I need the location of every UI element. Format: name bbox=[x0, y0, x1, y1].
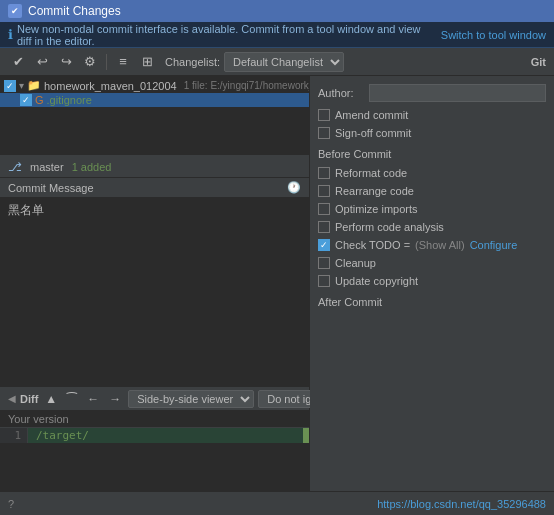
diff-line-num-1: 1 bbox=[0, 428, 28, 443]
changelist-select[interactable]: Default Changelist bbox=[224, 52, 344, 72]
git-label: Git bbox=[531, 56, 546, 68]
diff-collapse-arrow[interactable]: ◀ bbox=[8, 393, 16, 404]
commit-message-input[interactable]: 黑名单 bbox=[0, 198, 309, 386]
right-panel: Author: Amend commit Sign-off commit Bef… bbox=[310, 76, 554, 491]
amend-commit-row[interactable]: Amend commit bbox=[318, 108, 546, 122]
optimize-imports-row[interactable]: Optimize imports bbox=[318, 202, 546, 216]
info-banner-content: ℹ New non-modal commit interface is avai… bbox=[8, 23, 437, 47]
author-row: Author: bbox=[318, 84, 546, 102]
reformat-code-row[interactable]: Reformat code bbox=[318, 166, 546, 180]
info-banner: ℹ New non-modal commit interface is avai… bbox=[0, 22, 554, 48]
main-content: ✓ ▾ 📁 homework_maven_012004 1 file: E:/y… bbox=[0, 76, 554, 491]
redo-button[interactable]: ↪ bbox=[56, 52, 76, 72]
reformat-code-checkbox[interactable] bbox=[318, 167, 330, 179]
signoff-commit-checkbox[interactable] bbox=[318, 127, 330, 139]
check-todo-checkbox[interactable]: ✓ bbox=[318, 239, 330, 251]
branch-status-bar: ⎇ master 1 added bbox=[0, 156, 309, 178]
perform-code-analysis-row[interactable]: Perform code analysis bbox=[318, 220, 546, 234]
root-arrow: ▾ bbox=[19, 80, 24, 91]
update-copyright-row[interactable]: Update copyright bbox=[318, 274, 546, 288]
commit-message-label: Commit Message bbox=[8, 182, 94, 194]
folder-icon: 📁 bbox=[27, 79, 41, 92]
gitignore-label: .gitignore bbox=[47, 94, 92, 106]
update-copyright-checkbox[interactable] bbox=[318, 275, 330, 287]
changelist-label: Changelist: bbox=[165, 56, 220, 68]
settings-button[interactable]: ⚙ bbox=[80, 52, 100, 72]
status-help-icon[interactable]: ? bbox=[8, 498, 14, 510]
switch-to-tool-window-link[interactable]: Switch to tool window bbox=[441, 29, 546, 41]
update-copyright-label: Update copyright bbox=[335, 275, 418, 287]
info-icon: ℹ bbox=[8, 27, 13, 42]
root-sublabel: 1 file: E:/yingqi71/homework_maven_01200… bbox=[184, 80, 309, 91]
tree-gitignore-item[interactable]: ✓ G .gitignore bbox=[0, 93, 309, 107]
cleanup-label: Cleanup bbox=[335, 257, 376, 269]
author-input[interactable] bbox=[369, 84, 546, 102]
author-label: Author: bbox=[318, 87, 363, 99]
diff-header: ◀ Diff ▲ ⁀ ← → Side-by-side viewer Do no… bbox=[0, 387, 309, 411]
perform-code-analysis-checkbox[interactable] bbox=[318, 221, 330, 233]
commit-message-section: Commit Message 🕐 黑名单 bbox=[0, 178, 309, 386]
diff-line-content-1: /target/ bbox=[28, 428, 303, 443]
filter-button[interactable]: ⊞ bbox=[137, 52, 157, 72]
diff-your-version-label: Your version bbox=[0, 411, 309, 428]
status-url: https://blog.csdn.net/qq_35296488 bbox=[377, 498, 546, 510]
perform-code-analysis-label: Perform code analysis bbox=[335, 221, 444, 233]
after-commit-title: After Commit bbox=[318, 296, 546, 308]
check-todo-showall: (Show All) bbox=[415, 239, 465, 251]
diff-line-1: 1 /target/ bbox=[0, 428, 309, 443]
gitignore-checkbox[interactable]: ✓ bbox=[20, 94, 32, 106]
left-panel: ✓ ▾ 📁 homework_maven_012004 1 file: E:/y… bbox=[0, 76, 310, 491]
clock-icon: 🕐 bbox=[287, 181, 301, 194]
branch-icon: ⎇ bbox=[8, 160, 22, 174]
diff-nav-prev[interactable]: ▲ bbox=[42, 391, 60, 407]
diff-content: Your version 1 /target/ bbox=[0, 411, 309, 491]
optimize-imports-label: Optimize imports bbox=[335, 203, 418, 215]
toolbar: ✔ ↩ ↪ ⚙ ≡ ⊞ Changelist: Default Changeli… bbox=[0, 48, 554, 76]
file-tree: ✓ ▾ 📁 homework_maven_012004 1 file: E:/y… bbox=[0, 76, 309, 156]
rearrange-code-row[interactable]: Rearrange code bbox=[318, 184, 546, 198]
root-label: homework_maven_012004 bbox=[44, 80, 177, 92]
cleanup-checkbox[interactable] bbox=[318, 257, 330, 269]
bottom-status-bar: ? https://blog.csdn.net/qq_35296488 bbox=[0, 491, 554, 515]
commit-button[interactable]: ✔ bbox=[8, 52, 28, 72]
configure-link[interactable]: Configure bbox=[470, 239, 518, 251]
cleanup-row[interactable]: Cleanup bbox=[318, 256, 546, 270]
reformat-code-label: Reformat code bbox=[335, 167, 407, 179]
commit-message-header: Commit Message 🕐 bbox=[0, 178, 309, 198]
diff-viewer-select[interactable]: Side-by-side viewer bbox=[128, 390, 254, 408]
optimize-imports-checkbox[interactable] bbox=[318, 203, 330, 215]
rearrange-code-checkbox[interactable] bbox=[318, 185, 330, 197]
title-bar: ✔ Commit Changes bbox=[0, 0, 554, 22]
diff-arrow-left[interactable]: ← bbox=[84, 391, 102, 407]
signoff-commit-row[interactable]: Sign-off commit bbox=[318, 126, 546, 140]
commit-icon: ✔ bbox=[8, 4, 22, 18]
root-checkbox[interactable]: ✓ bbox=[4, 80, 16, 92]
diff-nav-next[interactable]: ⁀ bbox=[64, 391, 80, 407]
diff-side-mark-1 bbox=[303, 428, 309, 443]
amend-commit-checkbox[interactable] bbox=[318, 109, 330, 121]
sort-button[interactable]: ≡ bbox=[113, 52, 133, 72]
undo-button[interactable]: ↩ bbox=[32, 52, 52, 72]
amend-commit-label: Amend commit bbox=[335, 109, 408, 121]
gitignore-icon: G bbox=[35, 94, 44, 106]
diff-arrow-right[interactable]: → bbox=[106, 391, 124, 407]
before-commit-title: Before Commit bbox=[318, 148, 546, 160]
signoff-commit-label: Sign-off commit bbox=[335, 127, 411, 139]
check-todo-row[interactable]: ✓ Check TODO = (Show All) Configure bbox=[318, 238, 546, 252]
toolbar-separator bbox=[106, 54, 107, 70]
added-badge: 1 added bbox=[72, 161, 112, 173]
branch-name: master bbox=[30, 161, 64, 173]
rearrange-code-label: Rearrange code bbox=[335, 185, 414, 197]
diff-section: ◀ Diff ▲ ⁀ ← → Side-by-side viewer Do no… bbox=[0, 386, 309, 491]
title-label: Commit Changes bbox=[28, 4, 121, 18]
info-banner-text: New non-modal commit interface is availa… bbox=[17, 23, 437, 47]
check-todo-label: Check TODO = bbox=[335, 239, 410, 251]
tree-root-item[interactable]: ✓ ▾ 📁 homework_maven_012004 1 file: E:/y… bbox=[0, 78, 309, 93]
diff-title: Diff bbox=[20, 393, 38, 405]
